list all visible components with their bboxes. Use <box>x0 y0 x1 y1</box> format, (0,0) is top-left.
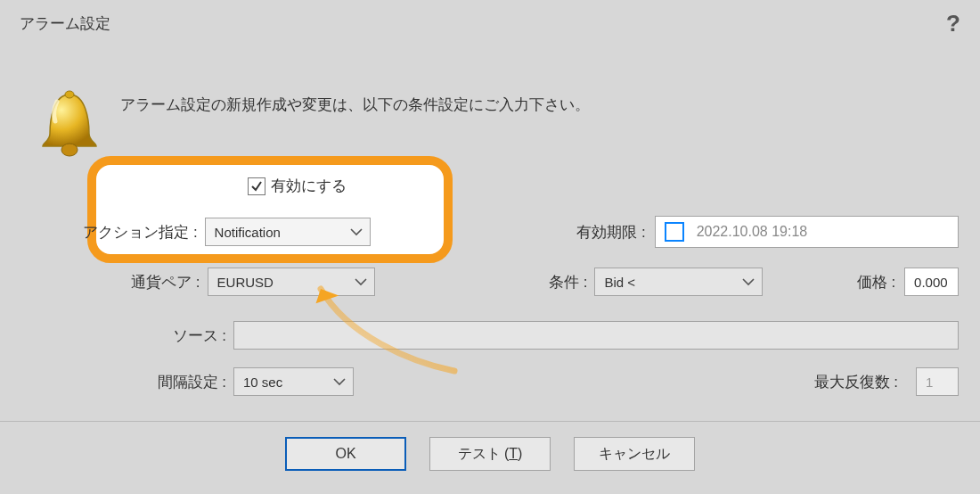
action-label: アクション指定 : <box>0 222 205 243</box>
timeout-value: 10 sec <box>243 375 282 390</box>
dialog-title: アラーム設定 <box>20 13 110 34</box>
cancel-button[interactable]: キャンセル <box>574 437 695 471</box>
expiration-field[interactable]: 2022.10.08 19:18 <box>655 216 959 248</box>
ok-button[interactable]: OK <box>285 437 406 471</box>
max-iter-value: 1 <box>926 375 933 390</box>
button-bar: OK テスト (T) キャンセル <box>0 437 980 471</box>
highlight-callout <box>87 156 453 263</box>
condition-value: Bid < <box>604 275 635 290</box>
chevron-down-icon <box>350 227 363 236</box>
svg-point-1 <box>65 91 74 98</box>
max-iter-input[interactable]: 1 <box>916 367 959 396</box>
row-source: ソース : <box>0 321 959 350</box>
test-button[interactable]: テスト (T) <box>429 437 551 471</box>
row-timeout: 間隔設定 : 10 sec 最大反復数 : 1 <box>0 367 959 396</box>
expiration-value: 2022.10.08 19:18 <box>697 224 808 240</box>
expiration-label: 有効期限 : <box>561 222 645 243</box>
action-value: Notification <box>215 225 281 240</box>
enable-field: 有効にする <box>248 176 347 196</box>
svg-point-0 <box>61 144 78 156</box>
test-key: T <box>509 446 518 462</box>
test-label-post: ) <box>518 446 522 462</box>
condition-label: 条件 : <box>534 272 587 292</box>
annotation-arrow <box>303 264 472 383</box>
bell-icon <box>37 89 102 166</box>
intro-text: アラーム設定の新規作成や変更は、以下の条件設定にご入力下さい。 <box>120 95 590 115</box>
action-select[interactable]: Notification <box>205 218 372 246</box>
pair-label: 通貨ペア : <box>0 272 208 292</box>
ok-label: OK <box>335 446 355 462</box>
titlebar: アラーム設定 ? <box>0 0 980 46</box>
chevron-down-icon <box>742 277 755 286</box>
separator <box>0 421 980 422</box>
help-button[interactable]: ? <box>946 10 960 37</box>
pair-value: EURUSD <box>217 275 274 290</box>
max-iter-label: 最大反復数 : <box>814 372 898 392</box>
test-label-pre: テスト ( <box>458 445 510 464</box>
condition-select[interactable]: Bid < <box>594 268 763 296</box>
enable-label: 有効にする <box>271 176 347 196</box>
source-label: ソース : <box>0 325 233 346</box>
enable-checkbox[interactable] <box>248 177 265 195</box>
price-label: 価格 : <box>834 272 895 292</box>
price-value: 0.000 <box>914 275 948 290</box>
cancel-label: キャンセル <box>599 445 670 464</box>
price-input[interactable]: 0.000 <box>904 268 959 296</box>
expiration-checkbox[interactable] <box>665 222 684 242</box>
timeout-label: 間隔設定 : <box>0 372 233 392</box>
row-pair: 通貨ペア : EURUSD 条件 : Bid < 価格 : 0.000 <box>0 268 959 296</box>
